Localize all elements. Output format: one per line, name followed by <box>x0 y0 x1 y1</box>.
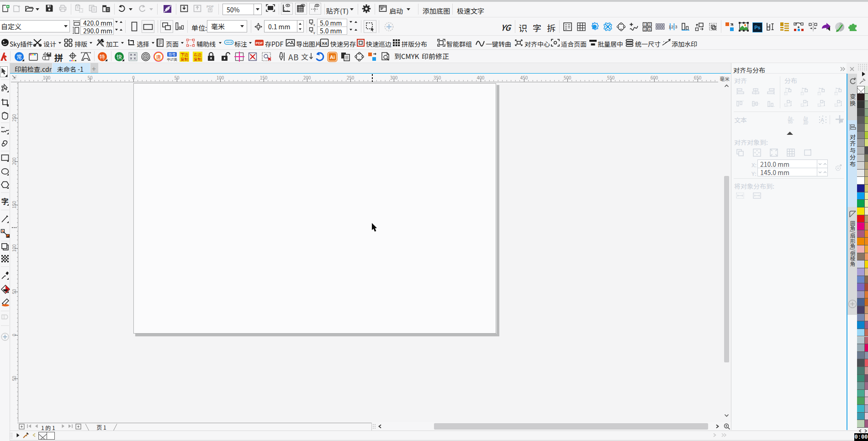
svg-text:符号: 符号 <box>169 52 175 57</box>
svg-text:中⇄英: 中⇄英 <box>167 57 177 62</box>
svg-text:x: x <box>313 23 315 27</box>
svg-text:快: 快 <box>116 53 122 60</box>
svg-text:2: 2 <box>649 23 651 26</box>
svg-text:唐: 唐 <box>156 53 161 60</box>
svg-text:复制: 复制 <box>194 56 202 62</box>
svg-text:y: y <box>313 31 315 34</box>
svg-text:1: 1 <box>669 25 671 29</box>
svg-text:页 1: 页 1 <box>96 424 106 431</box>
svg-text:特: 特 <box>100 53 105 60</box>
svg-text:Ai: Ai <box>330 54 335 60</box>
svg-text:4: 4 <box>649 28 651 31</box>
svg-text:3: 3 <box>675 25 677 29</box>
svg-text:X4: X4 <box>322 41 327 46</box>
svg-text:2: 2 <box>671 25 673 29</box>
svg-text:常: 常 <box>16 53 22 60</box>
svg-text:PDF: PDF <box>256 41 263 45</box>
svg-text:复制: 复制 <box>180 56 189 62</box>
svg-text:3: 3 <box>644 28 646 31</box>
svg-text:1: 1 <box>644 23 646 26</box>
svg-text:PDF: PDF <box>206 5 214 9</box>
